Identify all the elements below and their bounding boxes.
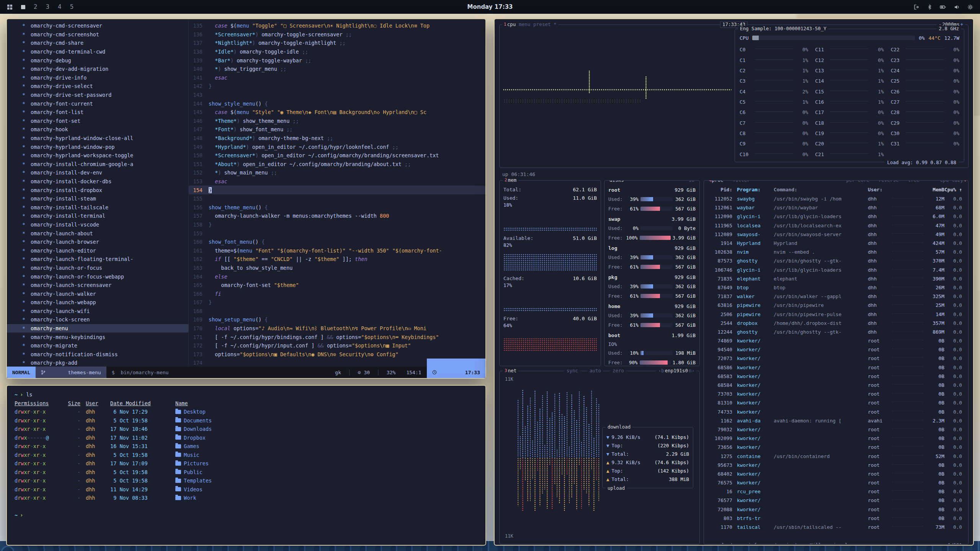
file-list-item[interactable]: * omarchy-cmd-terminal-cwd <box>7 47 188 56</box>
code-line[interactable]: 156 show_theme_menu() { <box>189 203 485 212</box>
kill-control[interactable]: Kill <box>807 542 823 544</box>
code-line[interactable]: 149 *Hyprland*) open_in_editor ~/.config… <box>189 142 485 151</box>
process-row[interactable]: 102638 nvim nvim --embed . dhh 57M 0.0 <box>707 248 965 256</box>
info-control[interactable]: info ↵ <box>746 542 768 544</box>
col-cpu[interactable]: Cpu% ↑ <box>944 187 962 192</box>
process-row[interactable]: 112090 glycin-i /usr/lib/glycin-loaders … <box>707 212 965 221</box>
code-line[interactable]: 157 omarchy-launch-walker -m menus:omarc… <box>189 212 485 220</box>
process-row[interactable]: 68402 kworker/ root 0B 0.0 <box>707 469 965 478</box>
code-line[interactable]: 165 omarchy-font-set "$theme" <box>189 281 485 290</box>
process-row[interactable]: 63816 pipewire /usr/bin/pipewire dhh 25M… <box>707 301 965 310</box>
file-list-item[interactable]: * omarchy-launch-webapp <box>7 298 188 307</box>
code-line[interactable]: 147 *Font*) show_font_menu ;; <box>189 125 485 134</box>
terminal-window[interactable]: ~ › ls Permissions Size User Date Modifi… <box>6 385 486 546</box>
tab-per-core[interactable]: per-core <box>844 180 871 183</box>
process-row[interactable]: 87573 ghostty /usr/bin/ghostty --gtk- dh… <box>707 256 965 265</box>
process-row[interactable]: 112061 waybar /usr/bin/waybar dhh 68M 0.… <box>707 203 965 212</box>
code-line[interactable]: 154 } <box>189 186 485 194</box>
file-list-item[interactable]: * omarchy-launch-or-focus-webapp <box>7 272 188 281</box>
code-line[interactable]: 143 <box>189 91 485 99</box>
file-list-item[interactable]: * omarchy-pkg-add <box>7 359 188 367</box>
file-list-item[interactable]: * omarchy-launch-browser <box>7 238 188 246</box>
code-line[interactable]: 135 case $(menu "Toggle" "▢ Screensaver\… <box>189 21 485 30</box>
terminate-control[interactable]: terminate <box>772 542 803 544</box>
process-row[interactable]: 1170 tailscal /usr/sbin/tailscaled -- ro… <box>707 523 965 531</box>
code-line[interactable]: 171 [ -f ~/.config/hypr/bindings.conf ] … <box>189 333 485 341</box>
tab-sync[interactable]: sync <box>565 368 580 374</box>
code-line[interactable]: 152 *) show_main_menu ;; <box>189 168 485 177</box>
tab-proc[interactable]: 4proc <box>707 180 725 183</box>
file-list-item[interactable]: * omarchy-cmd-screenshot <box>7 30 188 39</box>
code-line[interactable]: 139 *Bar*) omarchy-toggle-waybar ;; <box>189 56 485 65</box>
settings-icon[interactable] <box>967 4 973 10</box>
process-row[interactable]: 16 rcu_pree root 0B 0.0 <box>707 487 965 496</box>
code-line[interactable]: 155 <box>189 194 485 203</box>
col-program[interactable]: Program: <box>737 187 774 192</box>
signals-control[interactable]: signals <box>828 542 853 544</box>
code-line[interactable]: 153 esac <box>189 177 485 186</box>
process-row[interactable]: 72088 kworker/ root 0B 0.0 <box>707 505 965 514</box>
process-row[interactable]: 81310 kworker/ root 0B 0.0 <box>707 398 965 407</box>
code-line[interactable]: 167 } <box>189 298 485 307</box>
code-line[interactable]: 151 *About*) open_in_editor ~/.config/om… <box>189 160 485 169</box>
file-list-item[interactable]: * omarchy-install-tailscale <box>7 203 188 212</box>
file-list-item[interactable]: * omarchy-drive-set-password <box>7 91 188 99</box>
file-list-item[interactable]: * omarchy-notification-dismiss <box>7 350 188 359</box>
file-list-item[interactable]: * omarchy-font-list <box>7 108 188 117</box>
file-list-item[interactable]: * omarchy-cmd-screensaver <box>7 21 188 30</box>
select-control[interactable]: ↑ select ↓ <box>708 542 741 544</box>
file-list-item[interactable]: * omarchy-drive-select <box>7 82 188 91</box>
code-line[interactable]: 162 if [[ "$theme" == "CNCLD" || -z "$th… <box>189 255 485 264</box>
file-list-item[interactable]: * omarchy-hyprland-window-close-all <box>7 134 188 143</box>
code-line[interactable]: 168 <box>189 307 485 316</box>
code-line[interactable]: 172 [ -f ~/.config/hypr/input.conf ] && … <box>189 341 485 350</box>
file-list-item[interactable]: * omarchy-cmd-share <box>7 39 188 47</box>
file-list-item[interactable]: * omarchy-hyprland-workspace-toggle <box>7 151 188 160</box>
bluetooth-icon[interactable] <box>927 4 932 10</box>
process-row[interactable]: 112089 swayosd- /usr/bin/swayosd-server … <box>707 230 965 239</box>
file-list-item[interactable]: * omarchy-hyprland-window-pop <box>7 142 188 151</box>
process-row[interactable]: 2544 dropbox /home/dhh/.dropbox-dist dhh… <box>707 319 965 328</box>
process-row[interactable]: 68583 kworker/ root 0B 0.0 <box>707 372 965 381</box>
col-user[interactable]: User: <box>868 187 890 192</box>
process-row[interactable]: 76575 kworker/ root 0B 0.0 <box>707 478 965 487</box>
file-list-item[interactable]: * omarchy-font-set <box>7 117 188 126</box>
file-list-item[interactable]: * omarchy-launch-wifi <box>7 307 188 316</box>
process-row[interactable]: 68586 kworker/ root 0B 0.0 <box>707 363 965 372</box>
process-row[interactable]: 71837 walker /usr/bin/walker --gappl dhh… <box>707 292 965 301</box>
battery-icon[interactable] <box>940 4 946 10</box>
process-row[interactable]: 12244 ghostty /usr/bin/ghostty --gtk- dh… <box>707 328 965 336</box>
process-row[interactable]: 2506 pipewire /usr/bin/pipewire-pulse dh… <box>707 310 965 318</box>
code-line[interactable]: 163 back_to show_style_menu <box>189 264 485 272</box>
process-row[interactable]: 68584 kworker/ root 0B 0.0 <box>707 381 965 390</box>
scroll-down-indicator[interactable]: ↓ <box>963 180 967 183</box>
file-list-item[interactable]: * omarchy-menu-keybindings <box>7 333 188 341</box>
code-line[interactable]: 142 } <box>189 82 485 91</box>
tab-disks[interactable]: disks <box>608 180 626 183</box>
logout-icon[interactable] <box>914 4 920 10</box>
file-list-item[interactable]: * omarchy-lock-screen <box>7 315 188 324</box>
code-line[interactable]: 159 <box>189 229 485 238</box>
code-line[interactable]: 141 esac <box>189 73 485 82</box>
sort-selector[interactable]: cpu lazy <box>938 180 965 183</box>
code-line[interactable]: 173 options="$options\n▣ Defaults\n◉ DNS… <box>189 350 485 359</box>
process-row[interactable]: 102099 kworker/ root 0B 0.0 <box>707 434 965 443</box>
code-line[interactable]: 144 show_style_menu() { <box>189 99 485 108</box>
tab-io[interactable]: io <box>687 180 696 183</box>
file-list-item[interactable]: * omarchy-debug <box>7 56 188 65</box>
file-list-item[interactable]: * omarchy-launch-about <box>7 229 188 238</box>
code-line[interactable]: 140 *) show_trigger_menu ;; <box>189 65 485 73</box>
code-line[interactable]: 150 *Screensaver*) open_in_editor ~/.con… <box>189 151 485 160</box>
col-pid[interactable]: Pid: <box>707 187 732 192</box>
file-list-item[interactable]: * omarchy-launch-screensaver <box>7 281 188 290</box>
process-row[interactable]: 1275 containe /usr/bin/containerd root 5… <box>707 452 965 460</box>
process-row[interactable]: 79032 kworker/ root 0B 0.0 <box>707 425 965 434</box>
code-line[interactable]: 158 } <box>189 220 485 229</box>
process-row[interactable]: 106746 glycin-i /usr/lib/glycin-loaders … <box>707 266 965 274</box>
process-row[interactable]: 73703 kworker/ root 0B 0.0 <box>707 390 965 398</box>
file-list-item[interactable]: * omarchy-install-dev-env <box>7 168 188 177</box>
mem-label[interactable]: mem <box>508 177 517 183</box>
file-list-item[interactable]: * omarchy-menu <box>7 324 188 333</box>
file-list-item[interactable]: * omarchy-launch-floating-terminal- <box>7 255 188 264</box>
code-line[interactable]: 146 *Theme*) show_theme_menu ;; <box>189 117 485 126</box>
